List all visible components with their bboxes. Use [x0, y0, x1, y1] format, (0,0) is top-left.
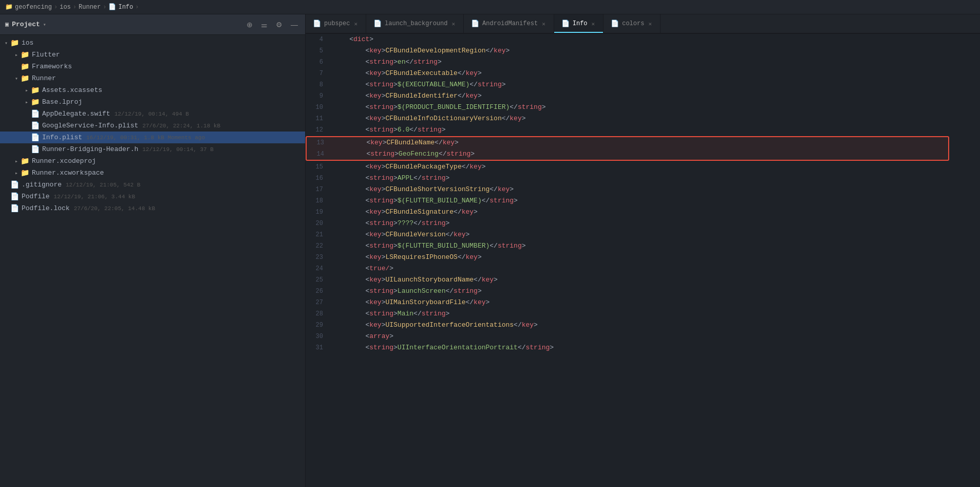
tab-pubspec[interactable]: 📄 pubspec ✕ [306, 14, 366, 33]
file-icon-podfile: 📄 [10, 192, 19, 201]
line-number-28: 28 [306, 308, 331, 320]
sidebar-label-googleservice: GoogleService-Info.plist [42, 122, 138, 129]
breadcrumb-geofencing[interactable]: geofencing [15, 4, 52, 11]
code-line-17: 17 <key>CFBundleShortVersionString</key> [306, 184, 980, 195]
code-line-19: 19 <key>CFBundleSignature</key> [306, 207, 980, 218]
line-content-6: <string>en</string> [331, 57, 980, 68]
sidebar-item-frameworks[interactable]: 📁 Frameworks [0, 61, 305, 72]
breadcrumb-ios[interactable]: ios [60, 4, 71, 11]
line-number-14: 14 [307, 148, 332, 160]
line-number-18: 18 [306, 195, 331, 207]
folder-icon-flutter: 📁 [21, 50, 29, 59]
line-content-14: <string>GeoFencing</string> [332, 148, 948, 160]
tab-close-launch[interactable]: ✕ [450, 21, 456, 27]
line-number-11: 11 [306, 113, 331, 124]
sidebar-item-baselproj[interactable]: 📁 Base.lproj [0, 96, 305, 108]
line-content-12: <string>6.0</string> [331, 124, 980, 136]
tab-info[interactable]: 📄 Info ✕ [554, 14, 604, 33]
line-number-4: 4 [306, 34, 331, 45]
sidebar-label-frameworks: Frameworks [32, 63, 72, 70]
tab-icon-colors: 📄 [611, 20, 619, 28]
line-content-31: <string>UIInterfaceOrientationPortrait</… [331, 342, 980, 353]
line-content-18: <string>$(FLUTTER_BUILD_NAME)</string> [331, 195, 980, 207]
line-number-13: 13 [307, 137, 332, 148]
sidebar-item-podfile[interactable]: 📄 Podfile 12/12/19, 21:06, 3.44 kB [0, 191, 305, 202]
folder-icon-runner: 📁 [21, 74, 29, 83]
tab-label-colors: colors [622, 20, 644, 27]
tab-launch-background[interactable]: 📄 launch_background ✕ [366, 14, 464, 33]
breadcrumb-runner[interactable]: Runner [79, 4, 101, 11]
tab-close-android[interactable]: ✕ [541, 21, 546, 27]
main-layout: ▣ Project ▾ ⊕ ⚌ ⚙ — 📁 ios 📁 Flu [0, 14, 980, 487]
tab-colors[interactable]: 📄 colors ✕ [604, 14, 661, 33]
sidebar-title-label: Project [12, 21, 40, 28]
sidebar-item-appdelegate[interactable]: 📄 AppDelegate.swift 12/12/19, 00:14, 494… [0, 108, 305, 120]
code-line-16: 16 <string>APPL</string> [306, 173, 980, 184]
dropdown-arrow-icon[interactable]: ▾ [43, 22, 46, 28]
line-content-29: <key>UISupportedInterfaceOrientations</k… [331, 320, 980, 331]
sidebar-item-googleservice[interactable]: 📄 GoogleService-Info.plist 27/6/20, 22:2… [0, 120, 305, 132]
code-line-9: 9 <key>CFBundleIdentifier</key> [306, 90, 980, 102]
line-content-21: <key>CFBundleVersion</key> [331, 229, 980, 240]
tab-icon-pubspec: 📄 [313, 20, 321, 28]
settings-button[interactable]: ⚙ [274, 20, 285, 30]
sidebar-item-xcworkspace[interactable]: 📁 Runner.xcworkspace [0, 167, 305, 179]
sidebar-meta-appdelegate: 12/12/19, 00:14, 494 B [115, 111, 189, 117]
sidebar-item-ios[interactable]: 📁 ios [0, 37, 305, 49]
sidebar-content[interactable]: 📁 ios 📁 Flutter 📁 Frameworks 📁 Runner [0, 35, 305, 487]
code-line-8: 8 <string>$(EXECUTABLE_NAME)</string> [306, 79, 980, 90]
line-content-17: <key>CFBundleShortVersionString</key> [331, 184, 980, 195]
folder-icon-assets: 📁 [31, 86, 40, 95]
line-number-19: 19 [306, 207, 331, 218]
tab-close-pubspec[interactable]: ✕ [353, 21, 359, 27]
line-content-19: <key>CFBundleSignature</key> [331, 207, 980, 218]
file-icon-googleservice: 📄 [31, 121, 40, 130]
sidebar-item-xcodeproj[interactable]: 📁 Runner.xcodeproj [0, 155, 305, 167]
tab-close-info[interactable]: ✕ [591, 21, 596, 27]
tab-label-pubspec: pubspec [324, 20, 350, 27]
sidebar-meta-gitignore: 12/12/19, 21:05, 542 B [66, 182, 140, 188]
line-number-6: 6 [306, 57, 331, 68]
line-content-13: <key>CFBundleName</key> [332, 137, 948, 148]
code-line-30: 30 <array> [306, 331, 980, 342]
sidebar-item-runner[interactable]: 📁 Runner [0, 72, 305, 84]
breadcrumb-info[interactable]: Info [118, 4, 133, 11]
sidebar: ▣ Project ▾ ⊕ ⚌ ⚙ — 📁 ios 📁 Flu [0, 14, 306, 487]
sidebar-label-ios: ios [22, 39, 33, 47]
tab-icon-info: 📄 [561, 20, 570, 28]
tabs-bar: 📄 pubspec ✕ 📄 launch_background ✕ 📄 Andr… [306, 14, 980, 34]
line-content-5: <key>CFBundleDevelopmentRegion</key> [331, 45, 980, 57]
breadcrumb-sep-3: › [103, 4, 106, 11]
line-number-20: 20 [306, 218, 331, 229]
minimize-button[interactable]: — [289, 20, 300, 30]
sidebar-item-bridging[interactable]: 📄 Runner-Bridging-Header.h 12/12/19, 00:… [0, 143, 305, 155]
sidebar-label-podfile: Podfile [22, 193, 50, 200]
code-line-10: 10 <string>$(PRODUCT_BUNDLE_IDENTIFIER)<… [306, 102, 980, 113]
sidebar-label-infoplist: Info.plist [42, 134, 82, 141]
code-line-15: 15 <key>CFBundlePackageType</key> [306, 161, 980, 173]
tab-androidmanifest[interactable]: 📄 AndroidManifest ✕ [464, 14, 554, 33]
code-line-23: 23 <key>LSRequiresIPhoneOS</key> [306, 252, 980, 263]
code-editor[interactable]: 4 <dict>5 <key>CFBundleDevelopmentRegion… [306, 34, 980, 487]
sidebar-label-appdelegate: AppDelegate.swift [42, 110, 110, 118]
filter-button[interactable]: ⚌ [259, 20, 270, 30]
sidebar-item-podfilelock[interactable]: 📄 Podfile.lock 27/6/20, 22:05, 14.48 kB [0, 202, 305, 214]
code-line-22: 22 <string>$(FLUTTER_BUILD_NUMBER)</stri… [306, 240, 980, 252]
expand-arrow-xcodeproj [12, 158, 21, 164]
code-line-5: 5 <key>CFBundleDevelopmentRegion</key> [306, 45, 980, 57]
sidebar-item-gitignore[interactable]: 📄 .gitignore 12/12/19, 21:05, 542 B [0, 179, 305, 191]
sidebar-label-podfilelock: Podfile.lock [22, 204, 70, 212]
line-number-10: 10 [306, 102, 331, 113]
add-button[interactable]: ⊕ [244, 20, 255, 30]
tab-label-android: AndroidManifest [482, 20, 538, 27]
sidebar-item-assets[interactable]: 📁 Assets.xcassets [0, 84, 305, 96]
sidebar-item-flutter[interactable]: 📁 Flutter [0, 49, 305, 61]
project-icon: ▣ [5, 21, 9, 28]
tab-close-colors[interactable]: ✕ [647, 21, 653, 27]
code-line-31: 31 <string>UIInterfaceOrientationPortrai… [306, 342, 980, 353]
line-number-17: 17 [306, 184, 331, 195]
expand-arrow-ios [2, 40, 10, 46]
tab-label-info: Info [573, 20, 588, 27]
sidebar-item-infoplist[interactable]: 📄 Info.plist 16/12/19, 00:31, 1.8 kB Mom… [0, 132, 305, 143]
line-number-9: 9 [306, 90, 331, 102]
